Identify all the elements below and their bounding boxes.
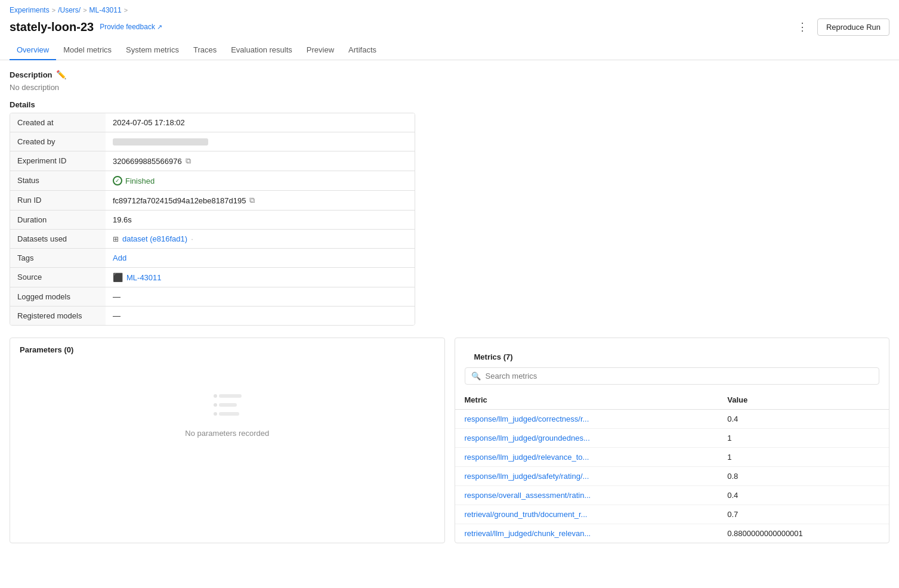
metric-name-cell: retrieval/llm_judged/chunk_relevan...: [455, 524, 718, 543]
details-row-created-by: Created by: [10, 132, 415, 151]
feedback-link[interactable]: Provide feedback ↗: [100, 23, 162, 31]
description-label: Description: [10, 70, 52, 79]
metrics-table-row: retrieval/llm_judged/chunk_relevan... 0.…: [455, 524, 889, 543]
metric-name-cell: response/llm_judged/groundednes...: [455, 429, 718, 448]
svg-point-4: [214, 412, 217, 416]
details-row-source: Source ⬛ ML-43011: [10, 268, 415, 287]
source-icon: ⬛: [113, 273, 123, 282]
add-tag-button[interactable]: Add: [113, 253, 126, 262]
metric-link[interactable]: response/llm_judged/safety/rating/...: [465, 472, 589, 481]
details-key-created-by: Created by: [10, 132, 106, 151]
dataset-icon: ⊞: [113, 235, 119, 243]
metric-name-cell: response/llm_judged/safety/rating/...: [455, 467, 718, 486]
tab-artifacts[interactable]: Artifacts: [341, 41, 384, 60]
page-header: stately-loon-23 Provide feedback ↗ ⋮ Rep…: [0, 17, 899, 41]
details-key-logged-models: Logged models: [10, 287, 106, 306]
parameters-title: Parameters (0): [10, 338, 444, 354]
details-val-tags: Add: [106, 249, 415, 267]
metric-name-cell: response/overall_assessment/ratin...: [455, 486, 718, 505]
reproduce-run-button[interactable]: Reproduce Run: [817, 18, 889, 36]
metrics-panel-header: Metrics (7): [455, 338, 889, 361]
empty-parameters-text: No parameters recorded: [185, 429, 269, 438]
run-title: stately-loon-23: [10, 20, 94, 34]
breadcrumb-sep1: >: [52, 7, 55, 14]
metric-link[interactable]: retrieval/ground_truth/document_r...: [465, 510, 588, 519]
details-key-datasets: Datasets used: [10, 230, 106, 248]
details-row-logged-models: Logged models —: [10, 287, 415, 307]
metrics-search-container: 🔍: [465, 367, 880, 385]
details-key-registered-models: Registered models: [10, 307, 106, 325]
metrics-panel: Metrics (7) 🔍 Metric Value response/llm_…: [455, 338, 890, 543]
svg-rect-3: [219, 403, 237, 407]
tab-system-metrics[interactable]: System metrics: [119, 41, 186, 60]
metrics-title: Metrics (7): [465, 345, 523, 361]
metric-value-cell: 0.8: [718, 467, 889, 486]
tab-model-metrics[interactable]: Model metrics: [56, 41, 119, 60]
status-text: Finished: [125, 177, 155, 185]
description-section-header: Description ✏️: [10, 70, 889, 79]
svg-rect-1: [219, 394, 242, 398]
main-content: Description ✏️ No description Details Cr…: [0, 60, 899, 553]
metric-link[interactable]: response/overall_assessment/ratin...: [465, 491, 591, 500]
source-link[interactable]: ML-43011: [126, 273, 162, 282]
details-key-tags: Tags: [10, 249, 106, 267]
metrics-table-row: response/overall_assessment/ratin... 0.4: [455, 486, 889, 505]
metrics-table-row: response/llm_judged/groundednes... 1: [455, 429, 889, 448]
details-table: Created at 2024-07-05 17:18:02 Created b…: [10, 113, 415, 326]
metric-col-header: Metric: [455, 391, 718, 410]
metric-value-cell: 0.4: [718, 410, 889, 429]
breadcrumb-experiments[interactable]: Experiments: [10, 6, 50, 14]
dataset-separator: ·: [191, 234, 193, 243]
tab-traces[interactable]: Traces: [186, 41, 224, 60]
metric-link[interactable]: retrieval/llm_judged/chunk_relevan...: [465, 529, 591, 538]
details-val-created-by: [106, 132, 415, 151]
details-row-duration: Duration 19.6s: [10, 211, 415, 230]
status-badge: Finished: [113, 176, 155, 185]
copy-run-id-button[interactable]: ⧉: [249, 196, 255, 205]
tab-evaluation-results[interactable]: Evaluation results: [224, 41, 299, 60]
metric-name-cell: response/llm_judged/correctness/r...: [455, 410, 718, 429]
metric-link[interactable]: response/llm_judged/groundednes...: [465, 434, 590, 442]
metric-link[interactable]: response/llm_judged/relevance_to...: [465, 453, 589, 462]
metric-value-cell: 1: [718, 448, 889, 467]
tab-preview[interactable]: Preview: [299, 41, 341, 60]
details-key-created-at: Created at: [10, 113, 106, 132]
details-val-status: Finished: [106, 171, 415, 190]
details-val-logged-models: —: [106, 287, 415, 306]
details-row-registered-models: Registered models —: [10, 307, 415, 325]
breadcrumb-sep2: >: [83, 7, 86, 14]
metric-value-cell: 1: [718, 429, 889, 448]
metrics-table-row: response/llm_judged/correctness/r... 0.4: [455, 410, 889, 429]
edit-icon[interactable]: ✏️: [56, 70, 66, 79]
details-row-datasets: Datasets used ⊞ dataset (e816fad1) ·: [10, 230, 415, 249]
details-key-status: Status: [10, 171, 106, 190]
external-link-icon: ↗: [157, 23, 162, 31]
metric-value-cell: 0.8800000000000001: [718, 524, 889, 543]
metric-name-cell: retrieval/ground_truth/document_r...: [455, 505, 718, 524]
value-col-header: Value: [718, 391, 889, 410]
details-val-run-id: fc89712fa702415d94a12ebe8187d195 ⧉: [106, 191, 415, 210]
details-key-source: Source: [10, 268, 106, 287]
more-options-button[interactable]: ⋮: [792, 18, 813, 36]
metric-link[interactable]: response/llm_judged/correctness/r...: [465, 414, 589, 423]
details-val-datasets: ⊞ dataset (e816fad1) ·: [106, 230, 415, 248]
metric-value-cell: 0.7: [718, 505, 889, 524]
details-val-experiment-id: 3206699885566976 ⧉: [106, 151, 415, 171]
bottom-panels: Parameters (0) No parameters recorded: [10, 338, 889, 543]
tab-overview[interactable]: Overview: [10, 41, 56, 60]
breadcrumb-run-id[interactable]: ML-43011: [89, 6, 122, 14]
details-key-run-id: Run ID: [10, 191, 106, 210]
parameters-panel: Parameters (0) No parameters recorded: [10, 338, 445, 543]
metrics-table: Metric Value response/llm_judged/correct…: [455, 391, 889, 543]
metric-value-cell: 0.4: [718, 486, 889, 505]
svg-point-0: [214, 394, 217, 398]
details-row-tags: Tags Add: [10, 249, 415, 268]
breadcrumb: Experiments > /Users/ > ML-43011 >: [0, 0, 899, 17]
no-description-text: No description: [10, 83, 889, 92]
redacted-user: [113, 138, 208, 146]
experiment-id-text: 3206699885566976: [113, 157, 182, 166]
dataset-link[interactable]: dataset (e816fad1): [122, 234, 187, 243]
copy-experiment-id-button[interactable]: ⧉: [186, 156, 191, 166]
search-metrics-input[interactable]: [486, 372, 873, 380]
breadcrumb-user-path[interactable]: /Users/: [58, 6, 81, 14]
